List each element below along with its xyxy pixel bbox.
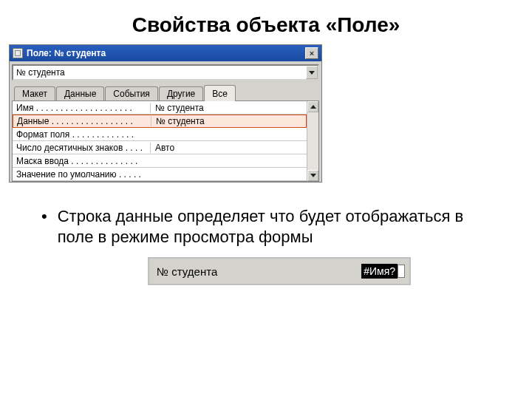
bullet-content: Строка данные определяет что будет отобр…: [58, 206, 502, 247]
close-button[interactable]: ×: [305, 47, 318, 59]
property-label: Формат поля . . . . . . . . . . . . .: [13, 129, 150, 140]
property-value[interactable]: № студента: [150, 103, 307, 113]
tab-strip: Макет Данные События Другие Все: [12, 85, 319, 101]
property-label: Данные . . . . . . . . . . . . . . . . .: [13, 116, 151, 126]
properties-grid: Имя . . . . . . . . . . . . . . . . . . …: [12, 101, 319, 182]
property-label: Число десятичных знаков . . . .: [13, 143, 150, 153]
chevron-down-icon: [309, 71, 315, 75]
window-titlebar: Поле: № студента ×: [10, 45, 321, 61]
slide-title: Свойства объекта «Поле»: [0, 13, 532, 37]
property-label: Маска ввода . . . . . . . . . . . . . .: [13, 156, 150, 166]
property-label: Имя . . . . . . . . . . . . . . . . . . …: [13, 103, 150, 113]
tab-other[interactable]: Другие: [159, 86, 203, 100]
chevron-down-icon: [310, 174, 316, 177]
property-row[interactable]: Маска ввода . . . . . . . . . . . . . .: [13, 154, 307, 168]
property-label: Значение по умолчанию . . . . .: [13, 169, 150, 180]
property-row[interactable]: Формат поля . . . . . . . . . . . . .: [13, 128, 307, 141]
window-title: Поле: № студента: [27, 48, 106, 58]
form-field-preview: № студента #Имя?: [148, 257, 411, 285]
preview-trailing-box: [398, 265, 405, 278]
scroll-track[interactable]: [307, 112, 318, 170]
preview-value: #Имя?: [361, 264, 398, 279]
object-selector-dropdown[interactable]: № студента: [12, 64, 319, 81]
tab-all[interactable]: Все: [204, 85, 236, 101]
property-value[interactable]: Авто: [150, 143, 307, 153]
scroll-up-button[interactable]: [307, 101, 318, 112]
tab-label: Другие: [167, 89, 195, 99]
property-row[interactable]: Число десятичных знаков . . . . Авто: [13, 141, 307, 154]
tab-label: Данные: [64, 89, 96, 99]
properties-window: Поле: № студента × № студента Макет Данн…: [9, 44, 322, 183]
dropdown-button[interactable]: [306, 66, 318, 79]
scrollbar[interactable]: [307, 101, 318, 181]
property-value[interactable]: № студента: [151, 116, 306, 126]
bullet-icon: •: [41, 206, 47, 247]
tab-layout[interactable]: Макет: [14, 86, 55, 100]
dropdown-value: № студента: [13, 67, 306, 78]
scroll-down-button[interactable]: [307, 170, 318, 181]
property-row[interactable]: Значение по умолчанию . . . . .: [13, 168, 307, 181]
tab-data[interactable]: Данные: [56, 86, 104, 100]
preview-label: № студента: [157, 265, 361, 278]
property-row-highlighted[interactable]: Данные . . . . . . . . . . . . . . . . .…: [13, 115, 307, 128]
window-icon: [13, 48, 23, 58]
tab-label: События: [113, 89, 150, 99]
tab-events[interactable]: События: [105, 86, 158, 100]
bullet-item: • Строка данные определяет что будет ото…: [41, 206, 502, 247]
tab-label: Все: [212, 89, 228, 99]
chevron-up-icon: [310, 105, 316, 109]
tab-label: Макет: [22, 89, 47, 99]
property-row[interactable]: Имя . . . . . . . . . . . . . . . . . . …: [13, 101, 307, 115]
